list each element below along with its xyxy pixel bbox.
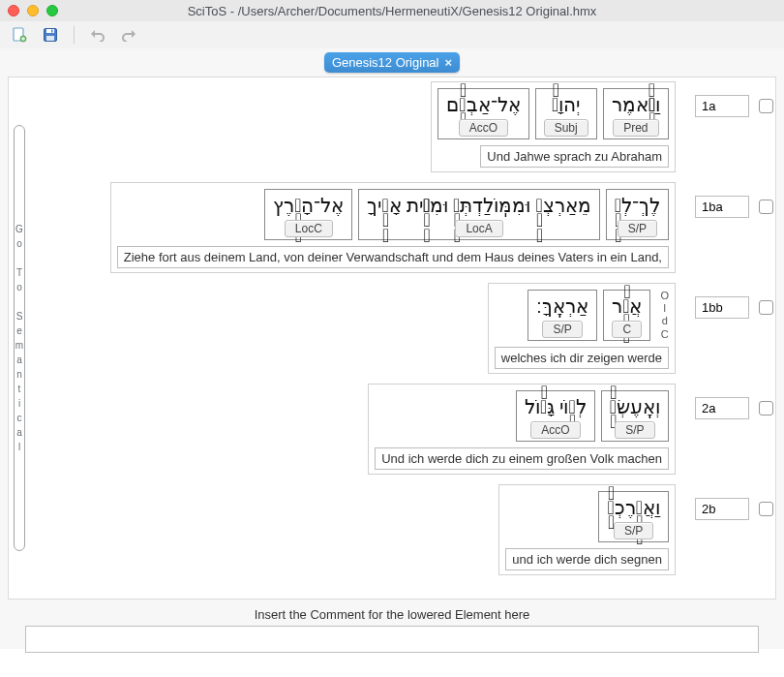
save-button[interactable] [39, 25, 62, 45]
hebrew-text: אֶל־אַבְרָ֔ם [446, 92, 520, 117]
translation-field[interactable]: und ich werde dich segnen [505, 548, 669, 570]
reference-column: 2a [689, 397, 773, 419]
role-button[interactable]: Subj [544, 119, 588, 137]
clause-checkbox[interactable] [759, 401, 773, 415]
comment-input[interactable] [25, 626, 759, 653]
reference-column: 1ba [689, 196, 773, 218]
clause-box[interactable]: אֶל־הָאָ֖רֶץLocCמֵאַרְצְךָ֥ וּמִמּֽוֹלַד… [110, 182, 676, 273]
traffic-lights [8, 5, 58, 16]
clause-row-2a: לְג֣וֹי גָּד֔וֹלAccOוְאֶֽעֶשְׂךָ֙S/PUnd … [30, 380, 773, 480]
sidebar: Go To Semantical [9, 77, 30, 599]
undo-button[interactable] [86, 25, 109, 45]
clause-checkbox[interactable] [759, 502, 773, 516]
clause-row-1ba: אֶל־הָאָ֖רֶץLocCמֵאַרְצְךָ֥ וּמִמּֽוֹלַד… [30, 178, 773, 279]
role-button[interactable]: S/P [618, 220, 657, 237]
role-button[interactable]: LocA [455, 220, 502, 237]
word-box[interactable]: אֶל־הָאָ֖רֶץLocC [264, 189, 352, 240]
role-button[interactable]: Pred [613, 119, 658, 137]
role-button[interactable]: C [612, 321, 642, 338]
role-button[interactable]: S/P [542, 321, 582, 338]
new-file-button[interactable] [8, 25, 31, 45]
reference-label[interactable]: 2a [695, 397, 749, 419]
minimize-window-icon[interactable] [27, 5, 39, 16]
go-to-semantical-button[interactable]: Go To Semantical [14, 125, 25, 551]
reference-label[interactable]: 2b [695, 498, 749, 520]
hebrew-text: אֲשֶׁ֥ר [612, 293, 642, 319]
clause-box[interactable]: וַאֲבָ֣רֶכְךָ֔S/Pund ich werde dich segn… [498, 484, 676, 575]
clause-row-2b: וַאֲבָ֣רֶכְךָ֔S/Pund ich werde dich segn… [30, 480, 773, 581]
zoom-window-icon[interactable] [46, 5, 58, 16]
tab-strip: Genesis12 Original × [8, 48, 776, 73]
hebrew-text: לֶךְ־לְךָ֛ [615, 193, 660, 218]
clause-row-1bb: אַרְאֶֽךָּ׃S/Pאֲשֶׁ֥רCOldCwelches ich di… [30, 279, 773, 380]
reference-label[interactable]: 1ba [695, 196, 749, 218]
reference-column: 2b [689, 498, 773, 520]
translation-field[interactable]: Und ich werde dich zu einem großen Volk … [375, 447, 669, 470]
hebrew-text: אֶל־הָאָ֖רֶץ [273, 193, 344, 218]
clause-row-1a: אֶל־אַבְרָ֔םAccOיְהוָה֙Subjוַיֹּ֤אמֶרPre… [30, 77, 773, 178]
svg-rect-4 [46, 36, 54, 41]
svg-rect-5 [51, 30, 53, 33]
reference-label[interactable]: 1bb [695, 296, 749, 319]
main-frame: Go To Semantical אֶל־אַבְרָ֔םAccOיְהוָה֙… [8, 77, 776, 600]
toolbar [0, 21, 784, 48]
window-titlebar: SciToS - /Users/Archer/Documents/Hermene… [0, 0, 784, 21]
word-box[interactable]: וְאֶֽעֶשְׂךָ֙S/P [601, 390, 669, 442]
reference-column: 1a [689, 95, 773, 117]
role-button[interactable]: AccO [459, 119, 508, 137]
word-box[interactable]: אֶל־אַבְרָ֔םAccO [437, 88, 528, 139]
hebrew-text: מֵאַרְצְךָ֥ וּמִמּֽוֹלַדְתְּךָ֖ וּמִבֵּ֣… [367, 193, 590, 218]
word-box[interactable]: מֵאַרְצְךָ֥ וּמִמּֽוֹלַדְתְּךָ֖ וּמִבֵּ֣… [358, 189, 599, 240]
clause-box[interactable]: אַרְאֶֽךָּ׃S/Pאֲשֶׁ֥רCOldCwelches ich di… [488, 283, 676, 374]
svg-rect-3 [46, 29, 54, 33]
clause-box[interactable]: לְג֣וֹי גָּד֔וֹלAccOוְאֶֽעֶשְׂךָ֙S/PUnd … [368, 384, 676, 475]
close-window-icon[interactable] [8, 5, 19, 16]
reference-label[interactable]: 1a [695, 95, 749, 117]
hebrew-text: וַאֲבָ֣רֶכְךָ֔ [607, 495, 660, 520]
word-box[interactable]: וַאֲבָ֣רֶכְךָ֔S/P [598, 491, 669, 542]
hebrew-text: יְהוָה֙ [552, 92, 580, 117]
role-button[interactable]: AccO [530, 421, 580, 439]
close-tab-icon[interactable]: × [444, 55, 452, 70]
window-title: SciToS - /Users/Archer/Documents/Hermene… [8, 4, 776, 18]
clause-marker: OldC [660, 290, 669, 341]
word-box[interactable]: וַיֹּ֤אמֶרPred [603, 88, 669, 139]
tab-label: Genesis12 Original [332, 55, 439, 70]
hebrew-text: וְאֶֽעֶשְׂךָ֙ [610, 394, 660, 419]
clause-checkbox[interactable] [759, 99, 773, 113]
hebrew-text: וַיֹּ֤אמֶר [612, 92, 660, 117]
word-box[interactable]: יְהוָה֙Subj [535, 88, 597, 139]
work-area: Genesis12 Original × Go To Semantical אֶ… [0, 48, 784, 649]
redo-button[interactable] [117, 25, 140, 45]
role-button[interactable]: S/P [614, 522, 653, 539]
role-button[interactable]: S/P [615, 421, 654, 439]
hebrew-text: לְג֣וֹי גָּד֔וֹל [525, 394, 587, 419]
clause-box[interactable]: אֶל־אַבְרָ֔םAccOיְהוָה֙Subjוַיֹּ֤אמֶרPre… [431, 81, 676, 172]
translation-field[interactable]: Und Jahwe sprach zu Abraham [480, 145, 669, 168]
document-tab[interactable]: Genesis12 Original × [324, 52, 460, 73]
reference-column: 1bb [689, 296, 773, 319]
clause-checkbox[interactable] [759, 200, 773, 214]
clause-area[interactable]: אֶל־אַבְרָ֔םAccOיְהוָה֙Subjוַיֹּ֤אמֶרPre… [30, 77, 775, 599]
word-box[interactable]: אַרְאֶֽךָּ׃S/P [528, 290, 597, 341]
comment-area: Insert the Comment for the lowered Eleme… [8, 605, 776, 653]
word-box[interactable]: אֲשֶׁ֥רC [603, 290, 650, 341]
translation-field[interactable]: Ziehe fort aus deinem Land, von deiner V… [117, 246, 669, 268]
translation-field[interactable]: welches ich dir zeigen werde [495, 347, 669, 369]
word-box[interactable]: לְג֣וֹי גָּד֔וֹלAccO [516, 390, 595, 442]
hebrew-text: אַרְאֶֽךָּ׃ [536, 293, 588, 319]
role-button[interactable]: LocC [285, 220, 333, 237]
clause-checkbox[interactable] [759, 300, 773, 315]
toolbar-divider [74, 26, 75, 44]
word-box[interactable]: לֶךְ־לְךָ֛S/P [606, 189, 669, 240]
comment-label: Insert the Comment for the lowered Eleme… [8, 605, 776, 624]
